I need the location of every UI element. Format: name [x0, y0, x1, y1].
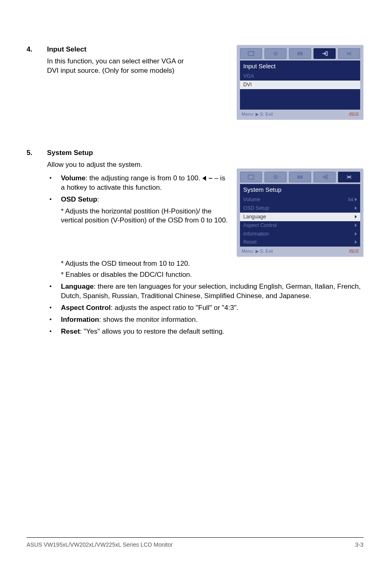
svg-rect-7 [248, 175, 254, 179]
svg-rect-5 [301, 52, 303, 55]
svg-rect-12 [301, 175, 303, 179]
osd5-item-information: Information [240, 230, 360, 238]
osd5-list: Volume54 OSD Setup Language Aspect Contr… [240, 195, 360, 247]
osd4-item-vga: VGA [240, 72, 360, 81]
section5-intro: Allow you to adjust the system. [47, 160, 229, 170]
osd5-tab-system-icon [338, 172, 360, 182]
osd5-title: System Setup [240, 184, 360, 195]
osd5-tab-image-icon [264, 172, 287, 182]
osd5-item-language: Language [240, 213, 360, 221]
osd5-tab-color-icon [289, 172, 311, 182]
svg-rect-10 [298, 175, 299, 179]
bullet-aspect-control: • Aspect Control: adjusts the aspect rat… [47, 303, 363, 313]
osd4-tab-image-icon [264, 48, 287, 59]
osd4-footer: Menu: ▶ S: Exit /ISUS [240, 110, 360, 117]
osd5-tabs [240, 172, 360, 182]
left-triangle-icon [202, 176, 206, 181]
svg-rect-13 [326, 175, 327, 179]
osd5-item-volume: Volume54 [240, 195, 360, 204]
osd4-tab-splendid-icon [240, 48, 262, 59]
section-input-select: 4. Input Select In this function, you ca… [27, 45, 363, 120]
section4-title: Input Select [47, 45, 229, 54]
osd5-item-reset: Reset [240, 238, 360, 247]
svg-rect-4 [300, 52, 301, 55]
osd4-tabs [240, 48, 360, 59]
section-system-setup: 5. System Setup Allow you to adjust the … [27, 148, 363, 339]
bullet-language: • Language: there are ten languages for … [47, 282, 363, 301]
section5-bullets-top: • Volume: the adjusting range is from 0 … [47, 174, 229, 204]
osd4-tab-color-icon [289, 48, 311, 59]
bullet-volume: • Volume: the adjusting range is from 0 … [47, 174, 229, 193]
osd5-footer-right: /ISUS [349, 249, 359, 254]
section5-number: 5. [27, 148, 47, 158]
svg-rect-3 [298, 52, 299, 55]
osd4-item-dvi: DVI [240, 81, 360, 89]
svg-rect-11 [300, 175, 301, 179]
svg-rect-6 [326, 52, 327, 56]
osd-system-setup: System Setup Volume54 OSD Setup Language… [237, 168, 363, 257]
svg-rect-0 [248, 52, 254, 56]
osd-input-select: Input Select VGA DVI Menu: ▶ S: Exit /IS… [237, 45, 363, 120]
section5-bullets-bottom: • Language: there are ten languages for … [47, 282, 363, 337]
osd-sub-1: * Adjusts the horizontal postition (H-Po… [61, 207, 229, 226]
osd4-tab-input-icon [314, 48, 336, 59]
osd5-item-osdsetup: OSD Setup [240, 204, 360, 213]
osd4-footer-right: /ISUS [349, 112, 359, 117]
page-footer: ASUS VW195xL/VW202xL/VW225xL Series LCD … [27, 537, 363, 549]
bullet-information: • Information: shows the monitor informa… [47, 315, 363, 325]
osd-sub-3: * Enables or disables the DDC/CI functio… [61, 270, 363, 280]
svg-point-2 [275, 53, 276, 54]
footer-right: 3-3 [355, 541, 363, 549]
osd5-tab-input-icon [314, 172, 336, 182]
osd5-footer-left: Menu: ▶ S: Exit [242, 248, 273, 254]
osd5-footer: Menu: ▶ S: Exit /ISUS [240, 247, 360, 254]
footer-left: ASUS VW195xL/VW202xL/VW225xL Series LCD … [27, 541, 173, 549]
osd4-title: Input Select [240, 61, 360, 72]
section4-number: 4. [27, 45, 47, 54]
section4-intro: In this function, you can select either … [47, 57, 194, 76]
osd4-footer-left: Menu: ▶ S: Exit [242, 111, 273, 117]
bullet-osd-setup: • OSD Setup: [47, 195, 229, 204]
osd4-list: VGA DVI [240, 72, 360, 110]
svg-point-9 [275, 176, 276, 177]
osd4-tab-system-icon [338, 48, 360, 59]
osd5-item-aspect: Aspect Control [240, 221, 360, 230]
osd5-tab-splendid-icon [240, 172, 262, 182]
osd-sub-2: * Adjusts the OSD timeout from 10 to 120… [61, 259, 363, 269]
bullet-reset: • Reset: "Yes" allows you to restore the… [47, 327, 363, 337]
section5-title: System Setup [47, 148, 363, 158]
